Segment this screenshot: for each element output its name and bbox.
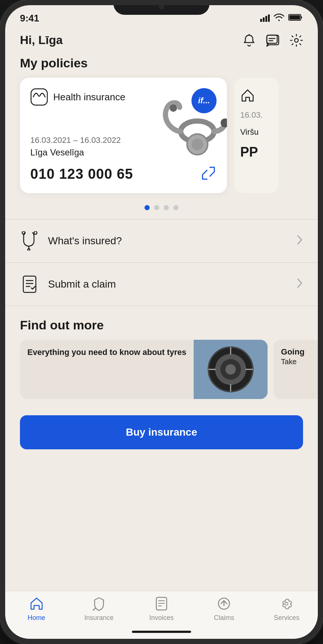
- chevron-right-icon: [296, 234, 303, 248]
- health-insurance-card[interactable]: Health insurance if...: [20, 78, 227, 193]
- submit-claim-label: Submit a claim: [48, 278, 296, 290]
- tyres-card-text: Everything you need to know about tyres: [20, 340, 194, 399]
- battery-icon: [288, 13, 303, 23]
- whats-insured-label: What's insured?: [48, 235, 296, 247]
- nav-item-insurance[interactable]: Insurance: [68, 596, 130, 622]
- dot-2[interactable]: [154, 205, 159, 210]
- notch: [113, 0, 210, 15]
- partial-number: PP: [240, 144, 273, 160]
- whats-insured-item[interactable]: What's insured?: [5, 219, 318, 262]
- buy-insurance-button[interactable]: Buy insurance: [20, 415, 303, 449]
- svg-rect-3: [267, 35, 277, 43]
- status-time: 9:41: [20, 13, 39, 24]
- dot-4[interactable]: [173, 205, 178, 210]
- tyres-card-image: [194, 340, 268, 399]
- svg-rect-16: [23, 276, 36, 292]
- svg-rect-1: [289, 15, 300, 20]
- nav-item-claims[interactable]: Claims: [193, 596, 255, 622]
- home-nav-label: Home: [28, 614, 45, 622]
- signal-icon: [260, 14, 270, 22]
- bell-icon[interactable]: [242, 34, 256, 47]
- phone-frame: 9:41: [0, 0, 323, 644]
- dot-3[interactable]: [164, 205, 169, 210]
- claim-menu-icon: [20, 275, 39, 294]
- nav-item-invoices[interactable]: Invoices: [130, 596, 193, 622]
- expand-icon[interactable]: [200, 165, 217, 183]
- settings-icon[interactable]: [290, 34, 303, 47]
- svg-point-9: [170, 104, 177, 112]
- camera: [159, 4, 164, 10]
- status-icons: [260, 13, 303, 23]
- svg-point-14: [34, 231, 37, 234]
- partial-holder: Viršu: [240, 127, 273, 137]
- stethoscope-menu-icon: [20, 231, 39, 251]
- submit-claim-item[interactable]: Submit a claim: [5, 263, 318, 306]
- policy-number: 010 123 000 65: [30, 166, 133, 182]
- home-nav-icon: [28, 596, 45, 612]
- claims-nav-label: Claims: [214, 614, 234, 622]
- nav-item-home[interactable]: Home: [5, 596, 68, 622]
- find-more-cards: Everything you need to know about tyres: [20, 340, 303, 399]
- policy-number-row: 010 123 000 65: [30, 165, 217, 183]
- invoices-nav-icon: [153, 596, 170, 612]
- insurance-nav-icon: [91, 596, 107, 612]
- second-card-text: Going Take: [281, 347, 318, 366]
- card-title-row: Health insurance: [30, 88, 125, 106]
- svg-point-13: [22, 231, 25, 234]
- svg-point-34: [223, 604, 225, 606]
- health-icon: [30, 88, 48, 106]
- chevron-right-icon-2: [296, 278, 303, 291]
- dot-1[interactable]: [144, 205, 150, 210]
- claims-nav-icon: [216, 596, 232, 612]
- svg-point-15: [28, 249, 30, 251]
- policy-cards-container: Health insurance if...: [5, 78, 318, 202]
- carousel-dots: [5, 202, 318, 219]
- svg-point-12: [191, 138, 203, 150]
- card-type: Health insurance: [53, 91, 125, 103]
- screen: 9:41: [5, 5, 318, 639]
- header: Hi, Līga: [5, 26, 318, 56]
- header-action-icons: [242, 34, 303, 47]
- policies-title: My policies: [5, 56, 318, 78]
- svg-point-35: [285, 602, 288, 605]
- greeting-text: Hi, Līga: [20, 33, 63, 47]
- insurance-nav-label: Insurance: [84, 614, 113, 622]
- find-more-section: Find out more Everything you need to kno…: [5, 306, 318, 408]
- home-insurance-card-partial[interactable]: 16.03. Viršu PP: [234, 78, 279, 193]
- services-nav-icon: [278, 596, 295, 612]
- services-nav-label: Services: [274, 614, 299, 622]
- app-content: Hi, Līga: [5, 26, 318, 591]
- svg-point-6: [295, 38, 298, 42]
- second-article-card[interactable]: Going Take: [273, 340, 318, 399]
- partial-date: 16.03.: [240, 110, 273, 120]
- home-icon-partial: [240, 88, 273, 103]
- svg-point-24: [225, 364, 236, 375]
- find-more-title: Find out more: [20, 318, 303, 332]
- wifi-icon: [273, 13, 285, 23]
- tyres-article-card[interactable]: Everything you need to know about tyres: [20, 340, 268, 399]
- stethoscope-image: [153, 100, 227, 159]
- buy-btn-container: Buy insurance: [5, 408, 318, 458]
- chat-icon[interactable]: [266, 34, 279, 47]
- nav-item-services[interactable]: Services: [255, 596, 318, 622]
- invoices-nav-label: Invoices: [149, 614, 174, 622]
- home-indicator: [132, 631, 191, 633]
